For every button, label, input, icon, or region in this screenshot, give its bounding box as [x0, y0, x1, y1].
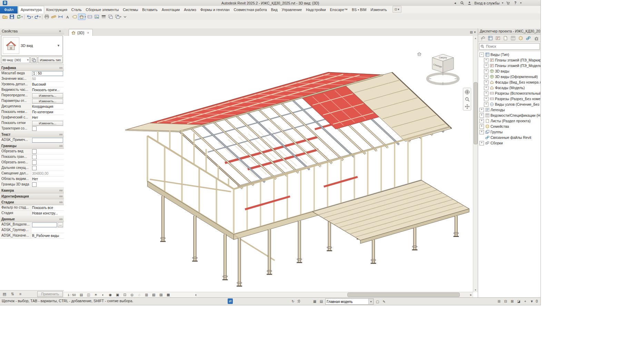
worksets-icon[interactable]: ▦ — [312, 298, 317, 304]
associate-parameter-icon[interactable] — [30, 57, 37, 63]
zoom-icon[interactable] — [464, 96, 470, 102]
ribbon-tab[interactable]: Конструкция — [44, 6, 69, 13]
rendering-icon[interactable]: ◉ — [107, 293, 114, 297]
ribbon-tab[interactable]: Формы и генплан — [198, 6, 232, 13]
tree-item[interactable]: +Листы (Раздел проекта) — [478, 118, 541, 124]
property-edit-button[interactable]: Изменить... — [32, 99, 63, 104]
view-tab-3d[interactable]: {3D} × — [69, 29, 93, 36]
tree-item[interactable]: +Разрезы (Разрез_Без номера лис... — [478, 96, 541, 102]
qat-default-3d-view-caret-icon[interactable]: ▾ — [85, 16, 86, 18]
expand-icon[interactable]: + — [484, 91, 488, 96]
reveal-hidden-icon[interactable]: ◌ — [136, 293, 143, 297]
ribbon-tab[interactable]: Надстройки — [304, 6, 328, 13]
property-group-header[interactable]: Стадии∧∧ — [0, 199, 64, 205]
ribbon-tab[interactable]: Сборные элементы — [84, 6, 121, 13]
scroll-down-icon[interactable]: ▼ — [473, 288, 478, 292]
expand-icon[interactable]: + — [484, 58, 488, 63]
ribbon-tab[interactable]: Вставить — [140, 6, 160, 13]
property-checkbox[interactable] — [32, 166, 37, 170]
tree-item[interactable]: +Фасады (Модель) — [478, 85, 541, 90]
qat-text-note-button[interactable]: A — [64, 14, 71, 20]
viewcube-top-label[interactable]: Сверху — [439, 56, 447, 59]
qat-sync-with-central-caret-icon[interactable]: ▾ — [21, 16, 23, 18]
property-group-header[interactable]: Камера∨∨ — [0, 188, 64, 193]
properties-filter-icon[interactable]: ≡ — [17, 291, 24, 297]
scale-button[interactable]: 1 : 50 — [66, 293, 78, 297]
browser-links-icon[interactable] — [525, 35, 532, 41]
expand-icon[interactable]: + — [484, 102, 488, 107]
search-icon[interactable] — [460, 0, 465, 6]
property-group-header[interactable]: Данные∧∧ — [0, 216, 64, 222]
tree-item[interactable]: +Семейства — [478, 124, 541, 129]
help-caret-icon[interactable]: ▾ — [520, 1, 522, 4]
properties-sort-icon[interactable]: ⇅ — [9, 291, 16, 297]
ribbon-tab-file[interactable]: Файл — [0, 6, 18, 13]
property-checkbox[interactable] — [32, 149, 37, 154]
ellipsis-button[interactable]: ... — [58, 222, 63, 227]
qat-open-button[interactable] — [1, 14, 8, 20]
tree-item[interactable]: +Ведомости/Спецификации (Наз... — [478, 113, 541, 118]
chevron-left-icon[interactable]: ◂ — [453, 0, 457, 6]
design-option-input[interactable] — [326, 300, 368, 304]
property-value-input[interactable]: 1 : 50 — [32, 71, 63, 76]
browser-settings-icon[interactable] — [532, 35, 539, 41]
edit-type-button[interactable]: Изменить тип — [38, 57, 63, 63]
constraints-icon[interactable]: ▩ — [165, 293, 172, 297]
cart-icon[interactable] — [506, 0, 511, 6]
revit-logo-icon[interactable]: R — [3, 1, 7, 5]
ribbon-tab[interactable]: BS • BIM — [350, 6, 368, 13]
viewcube-home-icon[interactable] — [416, 51, 422, 57]
apply-button[interactable]: Применить — [37, 291, 63, 297]
browser-sheets-icon[interactable] — [502, 35, 509, 41]
expand-icon[interactable]: + — [484, 64, 488, 68]
property-group-header[interactable]: Идентификация∨∨ — [0, 193, 64, 199]
expand-icon[interactable]: + — [479, 141, 484, 145]
detail-level-icon[interactable]: ▤ — [78, 293, 85, 297]
shadows-icon[interactable]: ◐ — [100, 293, 107, 297]
expand-icon[interactable]: + — [479, 113, 484, 118]
browser-home-icon[interactable] — [479, 35, 486, 41]
qat-section-button[interactable] — [86, 14, 93, 20]
qat-switch-windows-caret-icon[interactable]: ▾ — [120, 16, 121, 18]
horizontal-scroll-thumb[interactable] — [347, 293, 460, 297]
property-group-header[interactable]: Границы∧∧ — [0, 143, 64, 149]
steering-wheel-icon[interactable] — [464, 89, 470, 95]
qat-redo-button[interactable] — [33, 14, 40, 20]
qat-save-button[interactable] — [8, 14, 15, 20]
expand-icon[interactable]: + — [479, 119, 484, 123]
collapse-icon[interactable]: − — [479, 52, 484, 57]
user-icon[interactable] — [467, 0, 472, 6]
model-viewport[interactable]: Сверху Спереди — [64, 36, 473, 292]
ribbon-tab[interactable]: Сталь — [69, 6, 84, 13]
temporary-view-properties-icon[interactable]: ▧ — [150, 293, 157, 297]
tree-item[interactable]: +Виды узлов (Сечение_Без номер... — [478, 102, 541, 107]
qat-close-inactive-windows-button[interactable] — [107, 14, 114, 20]
expand-icon[interactable]: + — [479, 124, 484, 129]
property-value-input[interactable] — [32, 222, 57, 227]
ribbon-minimize-toggle[interactable]: ⊡▾ — [393, 6, 402, 13]
ribbon-tab[interactable]: Изменить — [368, 6, 389, 13]
sun-path-icon[interactable]: ☀ — [92, 293, 99, 297]
select-links-icon[interactable]: ⊞ — [496, 298, 502, 304]
tree-item[interactable]: +3D виды — [478, 68, 541, 74]
expand-icon[interactable]: + — [479, 130, 484, 134]
collaboration-status-icon[interactable]: ⇄ — [228, 298, 233, 304]
qat-print-button[interactable] — [43, 14, 50, 20]
temporary-hide-isolate-icon[interactable]: ◎ — [129, 293, 136, 297]
ribbon-tab[interactable]: Вид — [269, 6, 280, 13]
browser-views-icon[interactable] — [487, 35, 494, 41]
tree-item[interactable]: +Планы этажей (ПЭ_Маркировочн... — [478, 57, 541, 63]
view-tab-close-icon[interactable]: × — [86, 31, 90, 35]
vertical-scrollbar[interactable]: ▲ ▼ — [473, 36, 478, 292]
exclude-options-icon[interactable]: ▢ — [375, 299, 380, 304]
tree-item[interactable]: +Группы — [478, 129, 541, 135]
expand-icon[interactable]: + — [484, 75, 488, 79]
filter-icon[interactable]: ▼ — [529, 298, 534, 304]
property-group-header[interactable]: Текст∧∧ — [0, 132, 64, 137]
ribbon-tab[interactable]: Управление — [280, 6, 304, 13]
ribbon-tab[interactable]: Enscape™ — [328, 6, 350, 13]
drag-on-selection-icon[interactable]: + — [523, 298, 528, 304]
qat-sync-with-central-button[interactable] — [15, 14, 22, 20]
design-option-caret-icon[interactable]: ▼ — [368, 299, 373, 304]
ribbon-tab[interactable]: Совместная работа — [232, 6, 269, 13]
